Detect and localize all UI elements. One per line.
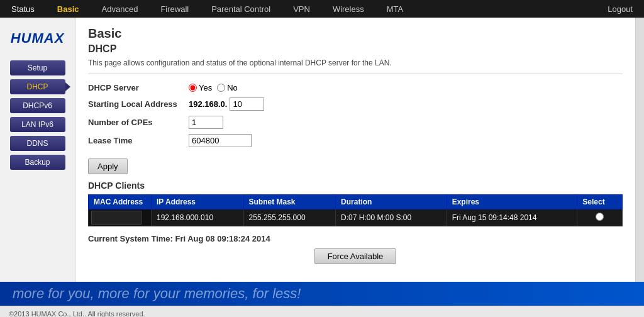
ip-suffix-input[interactable] bbox=[230, 97, 264, 111]
nav-logout[interactable]: Logout bbox=[596, 0, 644, 18]
banner: more for you, more for your memories, fo… bbox=[0, 282, 644, 306]
num-cpes-value bbox=[189, 116, 223, 129]
sidebar-item-dhcp[interactable]: DHCP bbox=[10, 79, 65, 94]
cell-subnet: 255.255.255.000 bbox=[243, 209, 336, 226]
force-available-button[interactable]: Force Available bbox=[314, 248, 396, 264]
nav-parental-control[interactable]: Parental Control bbox=[200, 0, 282, 18]
sidebar-item-setup[interactable]: Setup bbox=[10, 60, 65, 75]
dhcp-clients-title: DHCP Clients bbox=[88, 181, 623, 191]
nav-mta[interactable]: MTA bbox=[375, 0, 414, 18]
sidebar-item-ddns[interactable]: DDNS bbox=[10, 136, 65, 151]
nav-basic[interactable]: Basic bbox=[46, 0, 91, 18]
dhcp-no-radio[interactable] bbox=[217, 84, 225, 92]
dhcp-server-row: DHCP Server Yes No bbox=[88, 83, 623, 92]
dhcp-no-radio-label[interactable]: No bbox=[217, 83, 238, 92]
dhcp-server-label: DHCP Server bbox=[88, 83, 189, 92]
main-content: Basic DHCP This page allows configuratio… bbox=[75, 18, 635, 282]
starting-address-value: 192.168.0. bbox=[189, 97, 264, 111]
num-cpes-label: Number of CPEs bbox=[88, 118, 189, 127]
lease-time-value bbox=[189, 134, 252, 147]
lease-time-label: Lease Time bbox=[88, 136, 189, 145]
sidebar: HUMAX Setup DHCP DHCPv6 LAN IPv6 DDNS Ba… bbox=[0, 18, 75, 282]
client-select-radio[interactable] bbox=[596, 213, 604, 221]
page-title: Basic bbox=[88, 26, 623, 41]
starting-address-row: Starting Local Address 192.168.0. bbox=[88, 97, 623, 111]
page-description: This page allows configuration and statu… bbox=[88, 58, 623, 74]
banner-text: more for you, more for your memories, fo… bbox=[13, 286, 301, 302]
system-time: Current System Time: Fri Aug 08 09:18:24… bbox=[88, 234, 623, 243]
sidebar-item-dhcpv6[interactable]: DHCPv6 bbox=[10, 98, 65, 113]
nav-wireless[interactable]: Wireless bbox=[321, 0, 375, 18]
cell-ip: 192.168.000.010 bbox=[152, 209, 244, 226]
cell-expires: Fri Aug 15 09:14:48 2014 bbox=[447, 209, 577, 226]
ip-prefix: 192.168.0. bbox=[189, 99, 227, 109]
num-cpes-row: Number of CPEs bbox=[88, 116, 623, 129]
mac-image bbox=[91, 211, 142, 225]
dhcp-yes-radio-label[interactable]: Yes bbox=[189, 83, 212, 92]
clients-table: MAC Address IP Address Subnet Mask Durat… bbox=[88, 194, 623, 226]
dhcp-yes-radio[interactable] bbox=[189, 84, 197, 92]
top-navigation: Status Basic Advanced Firewall Parental … bbox=[0, 0, 644, 18]
table-row: 192.168.000.010 255.255.255.000 D:07 H:0… bbox=[89, 209, 623, 226]
logo: HUMAX bbox=[11, 30, 65, 47]
col-mac: MAC Address bbox=[89, 195, 152, 209]
lease-time-input[interactable] bbox=[189, 134, 252, 147]
col-subnet: Subnet Mask bbox=[243, 195, 336, 209]
nav-vpn[interactable]: VPN bbox=[282, 0, 321, 18]
apply-button[interactable]: Apply bbox=[88, 158, 128, 174]
section-title: DHCP bbox=[88, 43, 623, 55]
cell-duration: D:07 H:00 M:00 S:00 bbox=[336, 209, 447, 226]
sidebar-arrow bbox=[65, 82, 70, 91]
system-time-label: Current System Time: bbox=[88, 234, 173, 243]
nav-firewall[interactable]: Firewall bbox=[149, 0, 200, 18]
system-time-value: Fri Aug 08 09:18:24 2014 bbox=[175, 234, 270, 243]
footer: ©2013 HUMAX Co., Ltd.. All rights reserv… bbox=[0, 306, 644, 317]
num-cpes-input[interactable] bbox=[189, 116, 223, 129]
col-ip: IP Address bbox=[152, 195, 244, 209]
sidebar-item-backup[interactable]: Backup bbox=[10, 155, 65, 170]
scrollbar[interactable] bbox=[635, 18, 644, 282]
main-layout: HUMAX Setup DHCP DHCPv6 LAN IPv6 DDNS Ba… bbox=[0, 18, 644, 282]
dhcp-server-radios: Yes No bbox=[189, 83, 238, 92]
cell-mac bbox=[89, 209, 152, 226]
col-expires: Expires bbox=[447, 195, 577, 209]
col-duration: Duration bbox=[336, 195, 447, 209]
starting-address-label: Starting Local Address bbox=[88, 99, 189, 109]
nav-status[interactable]: Status bbox=[0, 0, 46, 18]
sidebar-item-lan-ipv6[interactable]: LAN IPv6 bbox=[10, 117, 65, 132]
lease-time-row: Lease Time bbox=[88, 134, 623, 147]
col-select: Select bbox=[577, 195, 623, 209]
cell-select[interactable] bbox=[577, 209, 623, 226]
footer-text: ©2013 HUMAX Co., Ltd.. All rights reserv… bbox=[9, 310, 145, 317]
nav-advanced[interactable]: Advanced bbox=[91, 0, 150, 18]
